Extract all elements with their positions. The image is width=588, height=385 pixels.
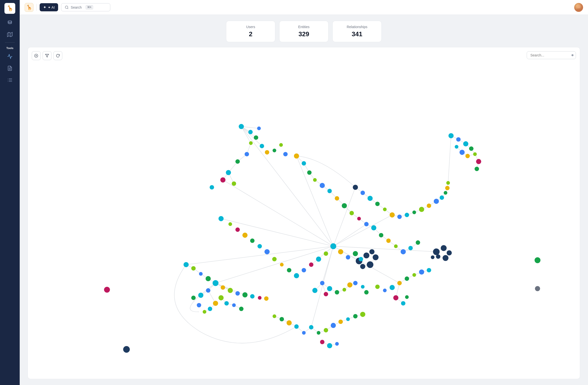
graph-node-137[interactable]	[455, 145, 459, 149]
graph-node-24[interactable]	[349, 211, 354, 215]
graph-node-88[interactable]	[353, 281, 357, 285]
search-bar[interactable]: Search ⌘K	[61, 3, 110, 11]
graph-node-72[interactable]	[213, 301, 218, 306]
graph-node-116[interactable]	[368, 196, 373, 201]
user-avatar[interactable]	[574, 3, 583, 12]
sidebar-item-documents[interactable]	[5, 63, 15, 73]
graph-node-153[interactable]	[320, 340, 325, 344]
graph-node-126[interactable]	[440, 195, 444, 200]
graph-node-66[interactable]	[198, 293, 203, 298]
graph-node-96[interactable]	[398, 281, 402, 285]
graph-node-53[interactable]	[184, 262, 189, 267]
graph-node-36[interactable]	[346, 255, 350, 260]
graph-node-120[interactable]	[398, 214, 402, 219]
graph-node-68[interactable]	[218, 295, 224, 300]
graph-node-61[interactable]	[242, 292, 248, 297]
graph-node-17[interactable]	[302, 161, 306, 166]
graph-node-14[interactable]	[210, 185, 214, 190]
graph-node-90[interactable]	[364, 290, 369, 294]
graph-node-115[interactable]	[360, 191, 365, 195]
graph-node-102[interactable]	[401, 301, 405, 306]
graph-node-81[interactable]	[360, 264, 365, 269]
sidebar-item-map[interactable]	[5, 30, 15, 39]
graph-node-39[interactable]	[316, 257, 321, 262]
graph-node-1[interactable]	[248, 130, 253, 134]
graph-node-149[interactable]	[294, 324, 299, 329]
graph-search-input[interactable]	[527, 51, 576, 59]
graph-node-57[interactable]	[212, 280, 218, 286]
graph-node-51[interactable]	[229, 222, 232, 226]
graph-node-111[interactable]	[123, 346, 130, 353]
graph-node-3[interactable]	[254, 135, 258, 140]
graph-node-71[interactable]	[239, 307, 244, 311]
graph-node-92[interactable]	[312, 288, 317, 293]
graph-node-130[interactable]	[448, 133, 454, 138]
graph-node-73[interactable]	[208, 307, 212, 311]
graph-node-54[interactable]	[191, 266, 196, 271]
graph-node-119[interactable]	[390, 212, 395, 218]
graph-node-79[interactable]	[373, 254, 378, 260]
graph-node-124[interactable]	[427, 204, 431, 208]
graph-node-40[interactable]	[309, 263, 314, 267]
graph-node-22[interactable]	[335, 196, 339, 201]
graph-node-12[interactable]	[232, 181, 236, 186]
graph-node-143[interactable]	[331, 323, 336, 328]
graph-node-55[interactable]	[199, 272, 203, 276]
graph-node-151[interactable]	[279, 317, 284, 321]
graph-node-95[interactable]	[390, 285, 395, 290]
graph-node-154[interactable]	[327, 343, 332, 348]
graph-node-144[interactable]	[338, 319, 343, 324]
graph-node-86[interactable]	[342, 288, 346, 292]
graph-node-34[interactable]	[331, 243, 336, 249]
graph-node-136[interactable]	[460, 150, 465, 155]
graph-node-80[interactable]	[367, 261, 374, 268]
graph-node-142[interactable]	[324, 328, 328, 333]
filter-button[interactable]	[42, 51, 51, 60]
graph-node-19[interactable]	[313, 178, 317, 182]
graph-node-27[interactable]	[371, 225, 376, 230]
graph-node-13[interactable]	[220, 178, 226, 183]
graph-node-63[interactable]	[258, 296, 261, 300]
graph-node-60[interactable]	[235, 291, 240, 295]
graph-node-91[interactable]	[324, 292, 328, 296]
graph-node-109[interactable]	[431, 255, 435, 259]
graph-node-139[interactable]	[475, 167, 479, 171]
graph-node-10[interactable]	[235, 159, 240, 164]
graph-node-11[interactable]	[226, 170, 231, 175]
graph-node-89[interactable]	[361, 285, 365, 289]
graph-node-101[interactable]	[393, 295, 399, 300]
graph-node-56[interactable]	[206, 276, 211, 281]
graph-node-82[interactable]	[359, 257, 363, 261]
graph-node-140[interactable]	[309, 325, 314, 330]
graph-node-125[interactable]	[434, 199, 439, 204]
graph-node-9[interactable]	[245, 152, 249, 156]
graph-node-110[interactable]	[104, 287, 110, 293]
graph-node-127[interactable]	[444, 191, 447, 195]
graph-node-122[interactable]	[412, 210, 416, 214]
graph-node-47[interactable]	[257, 244, 262, 249]
graph-node-42[interactable]	[294, 273, 299, 278]
graph-node-135[interactable]	[465, 154, 470, 158]
graph-node-103[interactable]	[405, 295, 409, 299]
graph-node-155[interactable]	[335, 342, 339, 346]
graph-node-98[interactable]	[412, 273, 416, 277]
graph-node-33[interactable]	[416, 240, 420, 245]
graph-node-44[interactable]	[280, 263, 284, 267]
graph-node-147[interactable]	[360, 312, 365, 317]
graph-node-146[interactable]	[353, 314, 357, 318]
graph-node-93[interactable]	[375, 284, 380, 289]
graph-node-6[interactable]	[265, 150, 269, 155]
refresh-button[interactable]	[53, 51, 62, 60]
graph-node-26[interactable]	[364, 222, 369, 226]
graph-node-134[interactable]	[473, 152, 477, 156]
graph-node-99[interactable]	[419, 270, 424, 274]
graph-node-5[interactable]	[260, 144, 264, 148]
graph-node-38[interactable]	[324, 251, 328, 256]
graph-node-128[interactable]	[445, 186, 450, 190]
graph-node-85[interactable]	[335, 290, 339, 294]
graph-node-117[interactable]	[375, 202, 380, 206]
graph-node-30[interactable]	[394, 245, 398, 248]
graph-node-8[interactable]	[279, 143, 283, 147]
graph-node-87[interactable]	[347, 282, 352, 287]
graph-node-48[interactable]	[250, 239, 255, 243]
